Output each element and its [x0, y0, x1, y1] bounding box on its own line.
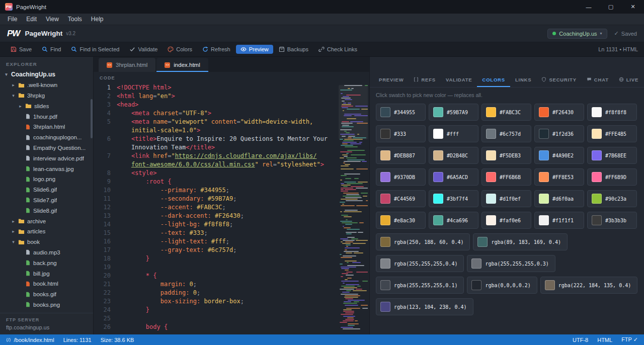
minimap[interactable] [339, 85, 368, 330]
swatch-ff8e53[interactable]: #FF8E53 [534, 168, 584, 186]
close-button[interactable]: ✕ [622, 0, 644, 14]
panel-tab-chat[interactable]: CHAT [582, 72, 614, 87]
folder-well-known[interactable]: ▸.well-known [0, 80, 93, 91]
panel-tab-refs[interactable]: REFS [409, 72, 441, 87]
minimap-viewport[interactable] [339, 85, 368, 139]
swatch-1f2d36[interactable]: #1f2d36 [534, 125, 584, 142]
swatch-rgba-222-184-135-0-4[interactable]: rgba(222, 184, 135, 0.4) [540, 277, 638, 294]
swatch-f5deb3[interactable]: #F5DEB3 [481, 147, 531, 164]
swatch-7b68ee[interactable]: #7B68EE [587, 147, 637, 164]
swatch-f26430[interactable]: #F26430 [534, 104, 584, 121]
file-slide8-gif[interactable]: Slide8.gif [0, 205, 93, 216]
menu-edit[interactable]: Edit [22, 14, 41, 25]
check-links-button[interactable]: Check Links [314, 45, 362, 54]
swatch-6c757d[interactable]: #6c757d [481, 125, 531, 142]
panel-tab-colors[interactable]: COLORS [477, 72, 510, 87]
swatch-ffe4b5[interactable]: #FFE4B5 [587, 125, 637, 142]
swatch-d1f0ef[interactable]: #d1f0ef [481, 190, 531, 207]
file-interview-advice-pdf[interactable]: interview advice.pdf [0, 153, 93, 163]
validate-button[interactable]: Validate [125, 45, 162, 54]
panel-tab-validate[interactable]: VALIDATE [441, 72, 477, 87]
file-bill-jpg[interactable]: bill.jpg [0, 268, 93, 279]
tab-index-html[interactable]: index.html [156, 58, 208, 72]
file-back-png[interactable]: back.png [0, 257, 93, 268]
code-editor[interactable]: CODE 12345678910111213141516171819202122… [94, 72, 369, 334]
panel-tab-security[interactable]: SECURITY [536, 72, 581, 87]
swatch-4a90e2[interactable]: #4A90E2 [534, 147, 584, 164]
file-slide7-gif[interactable]: Slide7.gif [0, 195, 93, 206]
panel-tab-preview[interactable]: PREVIEW [374, 72, 409, 87]
status-file[interactable]: ⟨/⟩ /book/index.html [6, 337, 54, 343]
file-1hour-pdf[interactable]: 1hour.pdf [0, 111, 93, 122]
swatch-deb887[interactable]: #DEB887 [376, 147, 426, 164]
swatch-d2b48c[interactable]: #D2B48C [429, 147, 478, 164]
folder-archive[interactable]: ▸archive [0, 216, 93, 226]
colors-button[interactable]: Colors [163, 45, 197, 54]
file-books-gif[interactable]: books.gif [0, 289, 93, 300]
file-empathy-question[interactable]: Empathy Question... [0, 143, 93, 153]
swatch-333[interactable]: #333 [376, 125, 426, 142]
swatch-f1f1f1[interactable]: #f1f1f1 [534, 212, 584, 229]
swatch-ff6b6b[interactable]: #FF6B6B [481, 168, 531, 186]
panel-tab-links[interactable]: LINKS [510, 72, 537, 87]
folder-articles[interactable]: ▸articles [0, 226, 93, 237]
swatch-rgba-250-188-60-0-4[interactable]: rgba(250, 188, 60, 0.4) [376, 233, 470, 250]
find-button[interactable]: Find [37, 45, 65, 54]
minimize-button[interactable]: — [578, 0, 600, 14]
swatch-4ca696[interactable]: #4ca696 [429, 212, 478, 229]
swatch-3b3b3b[interactable]: #3b3b3b [587, 212, 637, 229]
swatch-d6f0aa[interactable]: #d6f0aa [534, 190, 584, 207]
swatch-rgba-255-255-255-0-3[interactable]: rgba(255,255,255,0.3) [467, 255, 555, 272]
swatch-f8f8f8[interactable]: #f8f8f8 [587, 104, 637, 121]
preview-button[interactable]: Preview [236, 45, 273, 54]
panel-tab-live[interactable]: LIVE [614, 72, 643, 87]
swatch-e8ac30[interactable]: #e8ac30 [376, 212, 426, 229]
file-lean-canvas-jpg[interactable]: lean-canvas.jpg [0, 163, 93, 174]
folder-coachingup-us[interactable]: ▾CoachingUp.us [0, 69, 93, 80]
folder-slides[interactable]: ▸slides [0, 101, 93, 111]
save-button[interactable]: Save [6, 45, 36, 54]
menu-view[interactable]: View [41, 14, 63, 25]
refresh-button[interactable]: Refresh [198, 45, 235, 54]
swatch-ff6b9d[interactable]: #FF6B9D [587, 168, 637, 186]
swatch-rgba-0-0-0-0-2[interactable]: rgba(0,0,0,0.2) [467, 277, 537, 294]
file-books-png[interactable]: books.png [0, 300, 93, 310]
ftp-host[interactable]: ftp.coachingup.us [6, 324, 87, 330]
file-3hrplan-html[interactable]: 3hrplan.html [0, 122, 93, 132]
swatch-rgba-255-255-255-0-1[interactable]: rgba(255,255,255,0.1) [376, 277, 464, 294]
swatch-90c23a[interactable]: #90c23a [587, 190, 637, 207]
swatch-59b7a9[interactable]: #59B7A9 [429, 104, 478, 121]
folder-3hrpkg[interactable]: ▾3hrpkg [0, 91, 93, 101]
file-slide6-gif[interactable]: Slide6.gif [0, 185, 93, 195]
maximize-button[interactable]: ▢ [600, 0, 622, 14]
swatch-rgba-123-104-238-0-4[interactable]: rgba(123, 104, 238, 0.4) [376, 298, 473, 315]
tab-3hrplan-html[interactable]: 3hrplan.html [99, 58, 155, 72]
swatch-rgba-255-255-255-0-4[interactable]: rgba(255,255,255,0.4) [376, 255, 464, 272]
backups-button[interactable]: Backups [274, 45, 313, 54]
menu-file[interactable]: File [3, 14, 22, 25]
swatch-fabc3c[interactable]: #FABC3C [481, 104, 531, 121]
site-selector[interactable]: CoachingUp.us ▾ [547, 29, 607, 39]
status-encoding[interactable]: UTF-8 [573, 336, 588, 343]
file-book-html[interactable]: book.html [0, 279, 93, 289]
swatch-c44569[interactable]: #C44569 [376, 190, 426, 207]
swatch-fff[interactable]: #fff [429, 125, 478, 142]
swatch-344955[interactable]: #344955 [376, 104, 426, 121]
file-tree: ▾CoachingUp.us▸.well-known▾3hrpkg▸slides… [0, 69, 93, 313]
swatch-6a5acd[interactable]: #6A5ACD [429, 168, 478, 186]
swatch-faf0e6[interactable]: #faf0e6 [481, 212, 531, 229]
code-lines[interactable]: <!DOCTYPE html><html lang="en"><head> <m… [117, 83, 369, 331]
swatch-3bf7f4[interactable]: #3bf7f4 [429, 190, 478, 207]
sidebar-scrollbar[interactable] [91, 99, 93, 138]
folder-book[interactable]: ▾book [0, 237, 93, 247]
status-ftp[interactable]: FTP ✓ [621, 336, 638, 343]
swatch-9370db[interactable]: #9370DB [376, 168, 426, 186]
file-logo-png[interactable]: logo.png [0, 174, 93, 185]
menu-tools[interactable]: Tools [63, 14, 87, 25]
file-coachinguplogon[interactable]: coachinguplogon... [0, 132, 93, 143]
menu-help[interactable]: Help [87, 14, 108, 25]
file-audio-mp3[interactable]: audio.mp3 [0, 247, 93, 258]
find-in-selected-button[interactable]: Find in Selected [66, 45, 124, 54]
swatch-rgba-89-183-169-0-4[interactable]: rgba(89, 183, 169, 0.4) [473, 233, 567, 250]
status-mode[interactable]: HTML [597, 336, 612, 343]
